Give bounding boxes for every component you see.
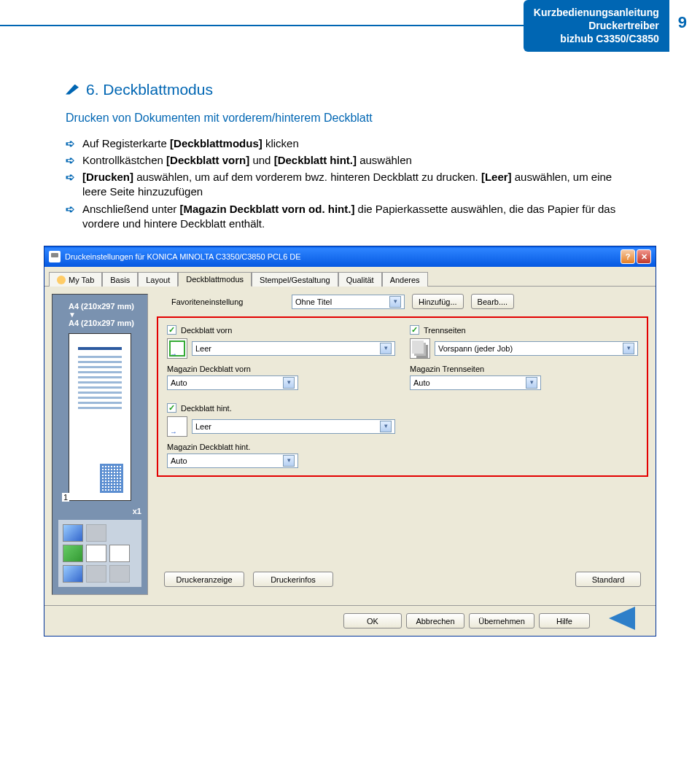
- dialog-title: Druckeinstellungen für KONICA MINOLTA C3…: [65, 252, 301, 261]
- bullet-icon: ➪: [66, 136, 75, 151]
- thumb-icon[interactable]: [109, 545, 130, 562]
- thumb-icon[interactable]: [86, 545, 106, 562]
- chevron-down-icon: ▾: [389, 296, 401, 308]
- thumb-icon[interactable]: [63, 524, 83, 542]
- person-icon: [57, 276, 66, 284]
- thumb-icon[interactable]: [86, 524, 106, 542]
- checkbox-checked-icon[interactable]: ✓: [167, 325, 176, 335]
- cover-front-column: ✓ Deckblatt vorn Leer▾ Magazin Deckblatt…: [167, 325, 395, 468]
- separator-column: ✓ Trennseiten Vorspann (jeder Job)▾ Maga…: [410, 325, 638, 468]
- chevron-down-icon: ▾: [380, 343, 392, 354]
- preview-thumbnails: [58, 520, 141, 587]
- cover-back-type-combo[interactable]: Leer▾: [192, 419, 395, 434]
- highlighted-settings: ✓ Deckblatt vorn Leer▾ Magazin Deckblatt…: [157, 316, 648, 477]
- chevron-down-icon: ▾: [283, 377, 295, 389]
- thumb-icon[interactable]: [109, 565, 130, 583]
- header-line3: bizhub C3350/C3850: [534, 32, 659, 45]
- print-settings-dialog: Druckeinstellungen für KONICA MINOLTA C3…: [44, 246, 656, 637]
- settings-panel: Favoriteneinstellung Ohne Titel▾ Hinzufü…: [157, 294, 648, 595]
- list-item: ➪ Kontrollkästchen [Deckblatt vorn] und …: [66, 153, 634, 168]
- tab-qualitaet[interactable]: Qualität: [338, 272, 382, 287]
- apply-button[interactable]: Übernehmen: [469, 613, 534, 628]
- printer-info-button[interactable]: Druckerinfos: [253, 572, 333, 587]
- list-item: ➪ Auf Registerkarte [Deckblattmodus] kli…: [66, 136, 634, 151]
- list-item: ➪ [Drucken] auswählen, um auf dem vorder…: [66, 170, 634, 200]
- callout-arrow-icon: [609, 607, 635, 630]
- page-corner-icon: [100, 464, 123, 493]
- thumb-icon[interactable]: [63, 565, 83, 583]
- chevron-down-icon: ▾: [380, 421, 392, 432]
- thumb-icon[interactable]: [86, 565, 106, 583]
- favorites-label: Favoriteneinstellung: [171, 297, 284, 306]
- tray-front-label: Magazin Deckblatt vorn: [167, 365, 395, 373]
- cover-front-type-combo[interactable]: Leer▾: [192, 341, 395, 356]
- down-arrow-icon: ▼: [58, 311, 141, 319]
- tab-bar: My Tab Basis Layout Deckblattmodus Stemp…: [44, 267, 656, 287]
- bullet-icon: ➪: [66, 170, 75, 200]
- bullet-icon: ➪: [66, 153, 75, 168]
- header-line2: Druckertreiber: [534, 19, 659, 32]
- chevron-down-icon: ▾: [526, 377, 537, 389]
- section-subtitle: Drucken von Dokumenten mit vorderem/hint…: [66, 112, 634, 125]
- printer-display-button[interactable]: Druckeranzeige: [164, 572, 244, 587]
- paper-size-1: A4 (210x297 mm): [58, 302, 141, 311]
- tray-front-combo[interactable]: Auto▾: [167, 375, 298, 390]
- pencil-icon: [66, 85, 79, 95]
- cover-front-label: Deckblatt vorn: [181, 326, 232, 335]
- separator-type-combo[interactable]: Vorspann (jeder Job)▾: [435, 341, 638, 356]
- tray-back-label: Magazin Deckblatt hint.: [167, 443, 395, 451]
- tray-sep-combo[interactable]: Auto▾: [410, 375, 541, 390]
- cancel-button[interactable]: Abbrechen: [406, 613, 464, 628]
- help-button[interactable]: ?: [621, 249, 635, 264]
- header-rule: [0, 25, 524, 26]
- add-favorite-button[interactable]: Hinzufüg...: [412, 294, 464, 309]
- section-title: 6. Deckblattmodus: [66, 81, 634, 98]
- section-heading: 6. Deckblattmodus: [86, 81, 213, 98]
- info-buttons-row: Druckeranzeige Druckerinfos Standard: [157, 572, 648, 587]
- tab-deckblattmodus[interactable]: Deckblattmodus: [178, 272, 252, 287]
- standard-button[interactable]: Standard: [575, 572, 641, 587]
- favorites-combo[interactable]: Ohne Titel▾: [292, 295, 405, 309]
- dialog-button-bar: OK Abbrechen Übernehmen Hilfe: [44, 605, 656, 636]
- paper-size-2: A4 (210x297 mm): [58, 319, 141, 327]
- cover-front-check-row: ✓ Deckblatt vorn: [167, 325, 395, 335]
- printer-icon: [49, 251, 61, 262]
- ok-button[interactable]: OK: [343, 613, 402, 628]
- list-item: ➪ Anschließend unter [Magazin Deckblatt …: [66, 202, 634, 232]
- instruction-list: ➪ Auf Registerkarte [Deckblattmodus] kli…: [66, 136, 634, 232]
- page-header: Kurzbedienungsanleitung Druckertreiber b…: [0, 0, 700, 52]
- preview-page-num: 1: [62, 493, 69, 502]
- chevron-down-icon: ▾: [623, 343, 634, 354]
- tray-sep-label: Magazin Trennseiten: [410, 365, 638, 373]
- page-blank-icon: [167, 416, 187, 437]
- help-button[interactable]: Hilfe: [539, 613, 590, 628]
- page-blank-icon: [167, 338, 187, 359]
- checkbox-checked-icon[interactable]: ✓: [167, 403, 176, 413]
- close-button[interactable]: ✕: [637, 249, 651, 264]
- checkbox-checked-icon[interactable]: ✓: [410, 325, 419, 335]
- preview-panel: A4 (210x297 mm) ▼ A4 (210x297 mm) 1 x1: [52, 294, 148, 595]
- tab-mytab[interactable]: My Tab: [49, 272, 102, 287]
- titlebar: Druckeinstellungen für KONICA MINOLTA C3…: [44, 246, 656, 267]
- page-stack-icon: [410, 338, 430, 359]
- tab-stempel[interactable]: Stempel/Gestaltung: [252, 272, 338, 287]
- tab-basis[interactable]: Basis: [102, 272, 138, 287]
- page-number: 9: [678, 13, 687, 32]
- cover-back-label: Deckblatt hint.: [181, 404, 232, 413]
- tray-back-combo[interactable]: Auto▾: [167, 454, 298, 468]
- header-title-box: Kurzbedienungsanleitung Druckertreiber b…: [524, 0, 669, 52]
- chevron-down-icon: ▾: [283, 455, 295, 467]
- zoom-level: x1: [58, 507, 141, 515]
- header-line1: Kurzbedienungsanleitung: [534, 6, 659, 19]
- bullet-icon: ➪: [66, 202, 75, 232]
- content-area: 6. Deckblattmodus Drucken von Dokumenten…: [0, 81, 700, 232]
- edit-favorite-button[interactable]: Bearb....: [471, 294, 515, 309]
- page-preview: 1: [69, 333, 131, 501]
- favorites-row: Favoriteneinstellung Ohne Titel▾ Hinzufü…: [157, 294, 648, 309]
- thumb-icon[interactable]: [63, 545, 83, 562]
- tab-layout[interactable]: Layout: [138, 272, 178, 287]
- tab-anderes[interactable]: Anderes: [382, 272, 428, 287]
- separator-label: Trennseiten: [424, 326, 466, 335]
